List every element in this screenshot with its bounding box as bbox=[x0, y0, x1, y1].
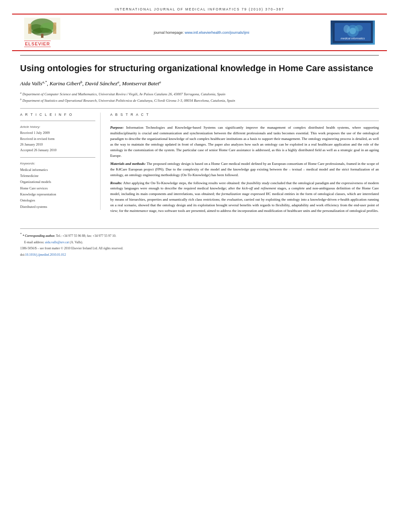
journal-title-bar: INTERNATIONAL JOURNAL OF MEDICAL INFORMA… bbox=[115, 7, 284, 11]
email-link[interactable]: aida.valls@urv.cat bbox=[45, 240, 69, 244]
main-content: Using ontologies for structuring organiz… bbox=[0, 55, 399, 216]
article-history-block: Article history: Received 1 July 2009 Re… bbox=[20, 125, 95, 153]
history-label: Article history: bbox=[20, 125, 95, 129]
abstract-materials: Materials and methods: The proposed onto… bbox=[110, 161, 379, 178]
keyword-organizational-models: Organizational models bbox=[20, 179, 95, 185]
purpose-label: Purpose: bbox=[110, 125, 124, 129]
article-info-column: A R T I C L E I N F O Article history: R… bbox=[20, 113, 101, 216]
elsevier-brand-text: ELSEVIER bbox=[24, 41, 51, 47]
keyword-distributed: Distributed systems bbox=[20, 204, 95, 210]
abstract-purpose: Purpose: Information Technologies and Kn… bbox=[110, 125, 379, 159]
abstract-results: Results: After applying the On-To-Knowle… bbox=[110, 181, 379, 214]
doi-line: doi:10.1016/j.ijmedinf.2010.01.012 bbox=[20, 253, 379, 258]
medical-informatics-logo: medical informatics bbox=[331, 21, 375, 45]
article-info-rule bbox=[20, 121, 95, 121]
article-title: Using ontologies for structuring organiz… bbox=[20, 63, 379, 74]
authors-line: Aida Vallsa,*, Karina Gibertb, David Sán… bbox=[20, 80, 379, 87]
svg-text:medical informatics: medical informatics bbox=[341, 37, 365, 40]
homepage-label: journal homepage: bbox=[154, 31, 184, 35]
svg-point-14 bbox=[355, 25, 363, 31]
materials-label: Materials and methods: bbox=[110, 162, 146, 166]
keyword-home-care: Home Care services bbox=[20, 185, 95, 191]
email-line: E-mail address: aida.valls@urv.cat (A. V… bbox=[20, 240, 379, 245]
footer-section: * * Corresponding author. Tel.: +34 977 … bbox=[20, 228, 379, 258]
received-revised-date: 26 January 2010 bbox=[20, 142, 95, 147]
svg-rect-6 bbox=[28, 24, 31, 34]
rights-line: 1386-5056/$ – see front matter © 2010 El… bbox=[20, 246, 379, 251]
homepage-url: www.intl.elsevierhealth.com/journals/ijm… bbox=[185, 31, 249, 35]
corresponding-contact: Tel.: +34 977 55 96 88; fax: +34 977 55 … bbox=[56, 234, 116, 238]
title-top-rule bbox=[20, 55, 379, 55]
journal-header: ELSEVIER journal homepage: www.intl.else… bbox=[12, 14, 387, 51]
keyword-telemedicine: Telemedicine bbox=[20, 173, 95, 179]
affiliations: a Department of Computer Science and Mat… bbox=[20, 91, 379, 103]
abstract-column: A B S T R A C T Purpose: Information Tec… bbox=[109, 113, 379, 216]
email-label: E-mail address: bbox=[24, 240, 44, 244]
keyword-medical-informatics: Medical informatics bbox=[20, 167, 95, 173]
content-separator bbox=[20, 108, 379, 109]
journal-homepage-info: journal homepage: www.intl.elsevierhealt… bbox=[72, 31, 331, 35]
article-info-heading: A R T I C L E I N F O bbox=[20, 113, 95, 117]
corresponding-label: * Corresponding author. bbox=[23, 234, 55, 238]
keyword-ontologies: Ontologies bbox=[20, 197, 95, 203]
doi-label: doi: bbox=[20, 253, 25, 257]
accepted-date: Accepted 26 January 2010 bbox=[20, 147, 95, 153]
keywords-list: Medical informatics Telemedicine Organiz… bbox=[20, 167, 95, 210]
doi-link[interactable]: 10.1016/j.ijmedinf.2010.01.012 bbox=[25, 253, 66, 257]
svg-rect-5 bbox=[41, 34, 43, 38]
keywords-rule bbox=[20, 157, 95, 158]
corresponding-author-note: * * Corresponding author. Tel.: +34 977 … bbox=[20, 232, 379, 238]
keyword-knowledge-rep: Knowledge representation bbox=[20, 191, 95, 197]
mi-logo-icon: medical informatics bbox=[333, 21, 373, 43]
keywords-label: Keywords: bbox=[20, 162, 95, 165]
received-revised-label: Received in revised form bbox=[20, 136, 95, 142]
svg-point-13 bbox=[343, 25, 350, 33]
email-name: (A. Valls). bbox=[70, 240, 83, 244]
received-date-1: Received 1 July 2009 bbox=[20, 130, 95, 136]
two-column-layout: A R T I C L E I N F O Article history: R… bbox=[20, 113, 379, 216]
abstract-heading: A B S T R A C T bbox=[110, 113, 379, 117]
abstract-rule bbox=[110, 121, 379, 121]
journal-header-bar: INTERNATIONAL JOURNAL OF MEDICAL INFORMA… bbox=[0, 0, 399, 14]
svg-rect-7 bbox=[53, 23, 56, 34]
results-label: Results: bbox=[110, 181, 122, 185]
elsevier-logo-area: ELSEVIER bbox=[24, 18, 72, 47]
abstract-text: Purpose: Information Technologies and Kn… bbox=[110, 125, 379, 214]
elsevier-tree-icon bbox=[24, 18, 60, 40]
page: INTERNATIONAL JOURNAL OF MEDICAL INFORMA… bbox=[0, 0, 399, 532]
